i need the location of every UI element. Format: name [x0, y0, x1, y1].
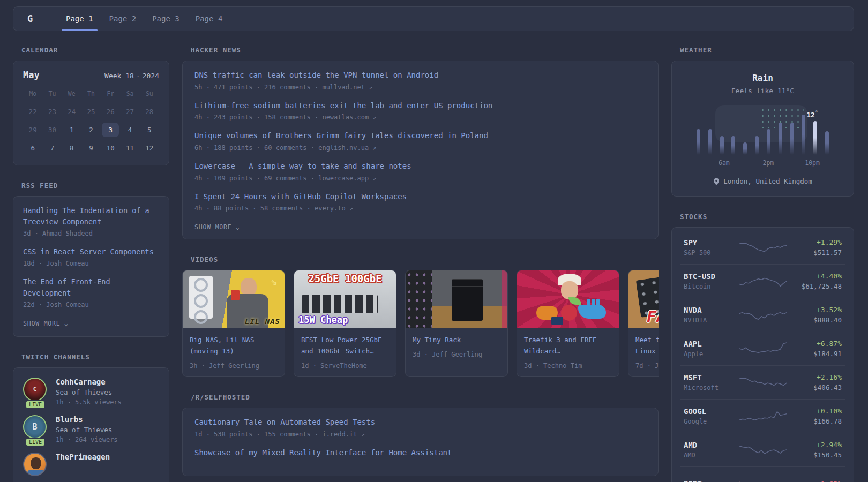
- stock-price: $888.40: [793, 316, 842, 324]
- video-meta: 7d · Jef: [635, 362, 659, 370]
- calendar-day: 26: [102, 104, 119, 119]
- rss-show-more-button[interactable]: SHOW MORE ⌄: [23, 320, 69, 327]
- stock-change: +3.52%: [793, 306, 842, 314]
- stock-row-nvda[interactable]: NVDANVIDIA +3.52%$888.40: [680, 298, 845, 332]
- weather-bar-current: [813, 121, 817, 155]
- hn-item-title[interactable]: Lithium-free sodium batteries exit the l…: [194, 100, 646, 112]
- tab-page-2[interactable]: Page 2: [108, 7, 138, 31]
- rss-show-more-label: SHOW MORE: [23, 320, 61, 327]
- twitch-channel-meta: 1h · 264 viewers: [56, 436, 118, 443]
- stocks-section: STOCKS SPYS&P 500 +1.29%$511.57 BTC-USDB…: [671, 213, 854, 482]
- video-card-body: Traefik 3 and FREE Wildcard… 3d · Techno…: [517, 328, 619, 376]
- rss-item-title[interactable]: The End of Front-End Development: [23, 276, 159, 299]
- video-meta: 1d · ServeTheHome: [301, 362, 389, 370]
- calendar-month: May: [23, 70, 40, 80]
- video-title[interactable]: Traefik 3 and FREE Wildcard…: [524, 336, 596, 355]
- hn-item-title[interactable]: DNS traffic can leak outside the VPN tun…: [194, 70, 646, 81]
- stock-symbol: BTC-USD: [684, 272, 732, 281]
- video-title[interactable]: BEST Low Power 25GbE and 100GbE Switch…: [301, 336, 382, 355]
- stock-row-amd[interactable]: AMDAMD +2.94%$150.45: [680, 433, 845, 466]
- stock-change: +4.40%: [793, 272, 842, 280]
- video-thumbnail[interactable]: [517, 270, 619, 328]
- video-card-traefik[interactable]: Traefik 3 and FREE Wildcard… 3d · Techno…: [517, 270, 619, 377]
- hn-item-title[interactable]: I Spent 24 Hours with GitHub Copilot Wor…: [194, 191, 646, 203]
- twitch-channel-cohhcarnage[interactable]: C LIVE CohhCarnage Sea of Thieves 1h · 5…: [23, 378, 159, 406]
- video-title[interactable]: Meet the Linux Clu: [635, 336, 659, 355]
- stock-row-googl[interactable]: GOOGLGoogle +0.10%$166.78: [680, 399, 845, 433]
- stock-name: AMD: [684, 451, 732, 459]
- stock-name: NVIDIA: [684, 317, 732, 324]
- rss-item-meta: 3d · Ahmad Shadeed: [23, 230, 159, 237]
- video-title[interactable]: Big NAS, Lil NAS (moving 13): [190, 336, 254, 355]
- video-card-linux-cluster[interactable]: FAS Meet the Linux Clu 7d · Jef: [628, 270, 659, 377]
- reddit-item-title[interactable]: Cautionary Tale on Automated Speed Tests: [194, 417, 646, 428]
- weather-hourly-chart: 12°: [697, 108, 829, 155]
- stock-change: +2.94%: [793, 441, 842, 449]
- current-temperature: 12°: [806, 110, 818, 119]
- thumbnail-arrow-glyph: ⇘: [271, 275, 277, 288]
- stocks-widget: SPYS&P 500 +1.29%$511.57 BTC-USDBitcoin …: [671, 227, 854, 482]
- stock-row-spy[interactable]: SPYS&P 500 +1.29%$511.57: [680, 231, 845, 264]
- rss-section: RSS FEED Handling The Indentation of a T…: [13, 182, 169, 337]
- video-card-tiny-rack[interactable]: My Tiny Rack 3d · Jeff Geerling: [405, 270, 508, 377]
- hackernews-section: HACKER NEWS DNS traffic can leak outside…: [182, 46, 659, 239]
- reddit-section: /R/SELFHOSTED Cautionary Tale on Automat…: [182, 393, 659, 476]
- stocks-section-title: STOCKS: [680, 213, 854, 221]
- rss-item-title[interactable]: Handling The Indentation of a Treeview C…: [23, 205, 159, 228]
- reddit-item-meta: 1d · 538 points · 155 comments · i.redd.…: [194, 431, 646, 438]
- video-thumbnail[interactable]: ⇘ LIL NAS: [183, 270, 285, 328]
- calendar-day: 5: [141, 123, 158, 137]
- rss-item: CSS in React Server Components 18d · Jos…: [23, 246, 159, 267]
- app-logo[interactable]: G: [13, 7, 47, 31]
- stock-row-btc-usd[interactable]: BTC-USDBitcoin +4.40%$61,725.48: [680, 264, 845, 298]
- stock-symbol: GOOGL: [684, 407, 732, 416]
- reddit-item-title[interactable]: Showcase of my Mixed Reality Interface f…: [194, 447, 646, 459]
- avatar-image: B: [23, 415, 47, 439]
- weekday-label: Tu: [42, 90, 62, 101]
- twitch-widget: C LIVE CohhCarnage Sea of Thieves 1h · 5…: [13, 367, 169, 482]
- hn-item: Unique volumes of Brothers Grimm fairy t…: [194, 130, 646, 152]
- video-title[interactable]: My Tiny Rack: [413, 336, 461, 344]
- hn-item-title[interactable]: Lowercase – A simple way to take and sha…: [194, 161, 646, 172]
- rss-item-title[interactable]: CSS in React Server Components: [23, 246, 159, 258]
- twitch-channel-theprimeagen[interactable]: ThePrimeagen: [23, 453, 159, 476]
- video-card-body: BEST Low Power 25GbE and 100GbE Switch… …: [294, 328, 396, 376]
- stock-change: +2.16%: [793, 373, 842, 381]
- calendar-day: 30: [43, 123, 61, 137]
- video-thumbnail[interactable]: 25GbE 100GbE 15W Cheap: [294, 270, 396, 328]
- stock-price: $511.57: [793, 248, 842, 257]
- rss-item-meta: 18d · Josh Comeau: [23, 260, 159, 267]
- weather-location-label: London, United Kingdom: [723, 177, 812, 185]
- avatar: B LIVE: [23, 415, 48, 443]
- calendar-year: 2024: [143, 72, 159, 80]
- calendar-day: 7: [43, 141, 61, 155]
- stock-change: -1.65%: [793, 480, 842, 482]
- stock-row-aapl[interactable]: AAPLApple +6.87%$184.91: [680, 332, 845, 365]
- hn-show-more-button[interactable]: SHOW MORE ⌄: [194, 223, 240, 231]
- video-card-big-nas[interactable]: ⇘ LIL NAS Big NAS, Lil NAS (moving 13) 3…: [182, 270, 285, 377]
- video-meta: 3h · Jeff Geerling: [190, 362, 278, 370]
- tab-page-3[interactable]: Page 3: [151, 7, 181, 31]
- weather-section-title: WEATHER: [680, 46, 854, 54]
- calendar-day: 27: [122, 104, 139, 119]
- stock-price: $150.45: [793, 451, 842, 459]
- hn-item-title[interactable]: Unique volumes of Brothers Grimm fairy t…: [194, 130, 646, 142]
- video-thumbnail[interactable]: FAS: [628, 270, 659, 328]
- video-card-body: Big NAS, Lil NAS (moving 13) 3h · Jeff G…: [183, 328, 285, 376]
- calendar-day: 24: [63, 104, 80, 119]
- video-card-switch[interactable]: 25GbE 100GbE 15W Cheap BEST Low Power 25…: [294, 270, 396, 377]
- hn-item-meta: 6h · 188 points · 60 comments · english.…: [194, 144, 646, 152]
- stock-row-msft[interactable]: MSFTMicrosoft +2.16%$406.43: [680, 365, 845, 399]
- video-thumbnail[interactable]: [406, 270, 507, 328]
- hn-item: Lowercase – A simple way to take and sha…: [194, 161, 646, 182]
- stock-change: +0.10%: [793, 407, 842, 415]
- twitch-channel-blurbs[interactable]: B LIVE Blurbs Sea of Thieves 1h · 264 vi…: [23, 415, 159, 443]
- calendar-day: 4: [122, 123, 139, 137]
- tab-page-1[interactable]: Page 1: [65, 7, 94, 31]
- calendar-day: 2: [83, 123, 100, 137]
- stock-row-rddt[interactable]: RDDT -1.65%: [680, 466, 845, 482]
- hn-item-meta: 4h · 88 points · 58 comments · every.to …: [194, 205, 646, 212]
- video-meta: 3d · Jeff Geerling: [413, 351, 500, 358]
- dashboard-grid: CALENDAR May Week 18·2024 Mo Tu We Th Fr…: [13, 46, 854, 482]
- tab-page-4[interactable]: Page 4: [194, 7, 224, 31]
